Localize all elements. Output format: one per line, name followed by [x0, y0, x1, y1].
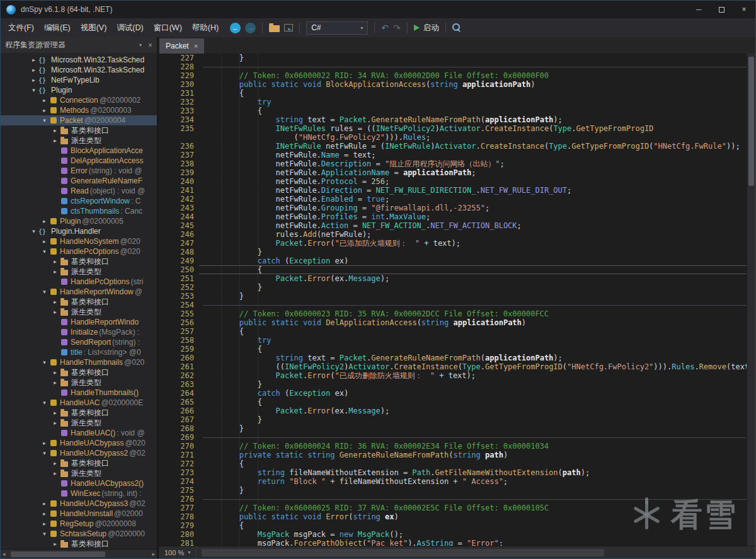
- tree-item[interactable]: ▸Connection @02000002: [1, 95, 157, 105]
- chevron-collapsed-icon[interactable]: ▸: [50, 127, 60, 134]
- code-line[interactable]: 267 }: [159, 415, 755, 424]
- tree-item[interactable]: ▾{}Plugin: [1, 85, 157, 95]
- code-line[interactable]: 242 netFwRule.Enabled = true;: [159, 195, 755, 204]
- tree-item[interactable]: ▾{}Plugin.Handler: [1, 226, 157, 236]
- code-line[interactable]: 229 // Token: 0x06000022 RID: 34 RVA: 0x…: [159, 71, 755, 80]
- tree-item[interactable]: ▸基类和接口: [1, 256, 157, 267]
- code-line[interactable]: 255 // Token: 0x06000023 RID: 35 RVA: 0x…: [159, 309, 755, 318]
- code-line[interactable]: 235 INetFwRules rules = ((INetFwPolicy2)…: [159, 124, 755, 133]
- code-line[interactable]: 257 {: [159, 327, 755, 336]
- tree-item[interactable]: Read(object) : void @: [1, 186, 157, 196]
- close-button[interactable]: ×: [733, 1, 755, 18]
- tree-item[interactable]: ▾Packet @02000004: [1, 115, 157, 125]
- code-line[interactable]: 241 netFwRule.Direction = NET_FW_RULE_DI…: [159, 186, 755, 195]
- tree-item[interactable]: ▸派生类型: [1, 307, 157, 317]
- tree-item[interactable]: ▾SchtaskSetup @0200000: [1, 529, 157, 539]
- code-line[interactable]: 268 }: [159, 424, 755, 433]
- code-line[interactable]: 252 }: [159, 283, 755, 292]
- chevron-collapsed-icon[interactable]: ▸: [29, 77, 38, 83]
- editor-horizontal-scrollbar[interactable]: [197, 546, 755, 558]
- code-line[interactable]: 266 Packet.Error(ex.Message);: [159, 406, 755, 415]
- tree-item[interactable]: ▾HandlePcOptions @020: [1, 246, 157, 256]
- chevron-expanded-icon[interactable]: ▾: [40, 531, 49, 537]
- code-line[interactable]: 279 {: [159, 521, 755, 530]
- tree-item[interactable]: HandleUAC() : void @: [1, 428, 157, 438]
- code-line[interactable]: 251 Packet.Error(ex.Message);: [159, 274, 755, 283]
- chevron-expanded-icon[interactable]: ▾: [40, 248, 49, 255]
- chevron-collapsed-icon[interactable]: ▸: [29, 67, 38, 73]
- menu-item[interactable]: 窗口(W): [149, 20, 187, 36]
- editor-hscroll-thumb[interactable]: [202, 549, 604, 556]
- tree-item[interactable]: HandlePcOptions(stri: [1, 277, 157, 287]
- chevron-expanded-icon[interactable]: ▾: [40, 359, 49, 366]
- tree-item[interactable]: ▸HandleNoSystem @020: [1, 236, 157, 246]
- tree-item[interactable]: ▸{}Microsoft.Win32.TaskSched: [1, 55, 157, 65]
- menu-item[interactable]: 视图(V): [76, 20, 112, 36]
- chevron-collapsed-icon[interactable]: ▸: [40, 107, 49, 113]
- code-line[interactable]: 245 netFwRule.Action = NET_FW_ACTION_.NE…: [159, 221, 755, 230]
- chevron-expanded-icon[interactable]: ▾: [29, 87, 38, 93]
- code-line[interactable]: 244 netFwRule.Profiles = int.MaxValue;: [159, 212, 755, 221]
- chevron-collapsed-icon[interactable]: ▸: [50, 369, 60, 376]
- tree-item[interactable]: ▸Methods @02000003: [1, 105, 157, 115]
- tree-item[interactable]: Initialize(MsgPack) :: [1, 327, 157, 337]
- tree-item[interactable]: ▸HandleUACbypass3 @02: [1, 498, 157, 509]
- tree-item[interactable]: GenerateRuleNameF: [1, 176, 157, 186]
- tree-item[interactable]: ▾HandleUAC @0200000E: [1, 398, 157, 408]
- tree-item[interactable]: ctsReportWindow : C: [1, 196, 157, 206]
- editor-vscroll-thumb[interactable]: [748, 57, 754, 186]
- code-line[interactable]: 234 string text = Packet.GenerateRuleNam…: [159, 115, 755, 124]
- tree-item[interactable]: ▾HandleThumbnails @020: [1, 357, 157, 367]
- chevron-collapsed-icon[interactable]: ▸: [40, 97, 49, 103]
- tree-item[interactable]: HandleThumbnails(): [1, 388, 157, 398]
- tree-item[interactable]: WinExec(string, int) :: [1, 488, 157, 498]
- code-line[interactable]: 262 Packet.Error("已成功删除防火墙规则： " + text);: [159, 371, 755, 380]
- chevron-collapsed-icon[interactable]: ▸: [50, 410, 60, 416]
- chevron-collapsed-icon[interactable]: ▸: [50, 137, 60, 144]
- code-line[interactable]: 248 }: [159, 248, 755, 256]
- zoom-control[interactable]: 100 % ▾: [159, 546, 197, 558]
- code-line[interactable]: 276: [159, 495, 755, 504]
- tree-item[interactable]: Error(string) : void @: [1, 166, 157, 176]
- code-line[interactable]: 236 INetFwRule netFwRule = (INetFwRule)A…: [159, 142, 755, 151]
- tree-item[interactable]: ▸派生类型: [1, 135, 157, 146]
- tree-item[interactable]: ▸HandleUninstall @02000: [1, 509, 157, 519]
- chevron-collapsed-icon[interactable]: ▸: [40, 510, 49, 517]
- code-line[interactable]: 271 private static string GenerateRuleNa…: [159, 451, 755, 459]
- scroll-right-icon[interactable]: ▸: [152, 551, 155, 557]
- tab-packet[interactable]: Packet ×: [159, 38, 204, 54]
- chevron-collapsed-icon[interactable]: ▸: [40, 500, 49, 507]
- chevron-collapsed-icon[interactable]: ▸: [50, 460, 60, 466]
- tree-item[interactable]: ▸派生类型: [1, 468, 157, 478]
- code-line[interactable]: 259 {: [159, 345, 755, 354]
- code-line[interactable]: 280 MsgPack msgPack = new MsgPack();: [159, 530, 755, 539]
- code-line[interactable]: 281 msgPack.ForcePathObject("Pac ket").A…: [159, 539, 755, 546]
- tree-item[interactable]: ▸基类和接口: [1, 297, 157, 307]
- tree-item[interactable]: ▾HandleReportWindow @: [1, 287, 157, 297]
- code-line[interactable]: 243 netFwRule.Grouping = "@firewallapi.d…: [159, 204, 755, 212]
- chevron-expanded-icon[interactable]: ▾: [40, 117, 49, 124]
- undo-button[interactable]: ↶: [381, 23, 389, 32]
- language-select[interactable]: C# ▾: [306, 21, 368, 35]
- code-line[interactable]: 265 {: [159, 398, 755, 406]
- code-line[interactable]: 228: [159, 62, 755, 71]
- tree-item[interactable]: title : List<string> @0: [1, 347, 157, 357]
- panel-close-icon[interactable]: ×: [148, 41, 152, 50]
- code-line[interactable]: 232 try: [159, 98, 755, 107]
- code-line[interactable]: 275 }: [159, 486, 755, 495]
- code-line[interactable]: 230 public static void BlockApplicationA…: [159, 80, 755, 89]
- code-line[interactable]: 274 return "Block " + fileNameWithoutExt…: [159, 477, 755, 486]
- code-line[interactable]: 270 // Token: 0x06000024 RID: 36 RVA: 0x…: [159, 442, 755, 451]
- menu-item[interactable]: 调试(D): [112, 20, 148, 36]
- code-line[interactable]: 273 string fileNameWithoutExtension = Pa…: [159, 468, 755, 477]
- chevron-collapsed-icon[interactable]: ▸: [50, 379, 60, 386]
- tree-item[interactable]: ▾HandleUACbypass2 @02: [1, 448, 157, 458]
- menu-item[interactable]: 编辑(E): [39, 20, 76, 36]
- tree-item[interactable]: HandleReportWindo: [1, 317, 157, 327]
- chevron-collapsed-icon[interactable]: ▸: [40, 521, 49, 527]
- code-line[interactable]: 231 {: [159, 89, 755, 98]
- maximize-button[interactable]: [710, 1, 733, 18]
- tree-item[interactable]: ▸HandleUACbypass @020: [1, 438, 157, 448]
- scroll-left-icon[interactable]: ◂: [3, 551, 6, 557]
- code-line[interactable]: 263 }: [159, 380, 755, 389]
